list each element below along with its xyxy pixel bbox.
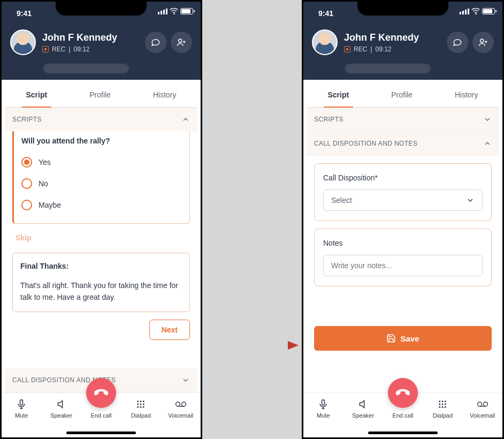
dialpad-button[interactable]: Dialpad [425, 398, 460, 419]
battery-icon [482, 8, 495, 14]
svg-point-13 [480, 39, 484, 42]
radio-icon [21, 200, 32, 210]
rec-label: REC [52, 46, 65, 53]
wifi-icon [170, 8, 178, 14]
svg-point-20 [445, 404, 446, 405]
select-placeholder: Select [331, 196, 352, 205]
notes-card: Notes [314, 229, 492, 286]
svg-point-3 [140, 400, 142, 402]
call-disposition-select[interactable]: Select [323, 190, 483, 211]
section-scripts-label: SCRIPTS [314, 116, 343, 123]
chat-button[interactable] [447, 32, 468, 53]
call-bar: Mute Speaker End call Dialpad Voicemail [2, 392, 201, 437]
dialpad-icon [438, 399, 447, 409]
voicemail-icon [175, 399, 187, 409]
mute-label: Mute [15, 412, 28, 419]
statusbar-icons [158, 8, 193, 14]
skip-button[interactable]: Skip [12, 224, 190, 245]
tab-profile[interactable]: Profile [387, 82, 417, 107]
chevron-up-icon [181, 115, 190, 124]
signal-icon [460, 9, 469, 14]
option-no[interactable]: No [21, 173, 182, 194]
end-call-fab[interactable] [388, 378, 418, 408]
dialpad-label: Dialpad [131, 412, 151, 419]
caller-row: John F Kennedy REC | 09:12 [10, 29, 192, 55]
content-sheet: Script Profile History SCRIPTS Will you … [5, 82, 197, 392]
svg-point-23 [445, 406, 446, 408]
save-button[interactable]: Save [314, 326, 492, 351]
svg-point-21 [439, 406, 441, 408]
voicemail-button[interactable]: Voicemail [163, 398, 198, 419]
blurred-phone [43, 64, 129, 73]
endcall-label: End call [90, 412, 111, 419]
speaker-button[interactable]: Speaker [44, 398, 79, 419]
speaker-icon [358, 399, 369, 410]
tabs: Script Profile History [307, 82, 499, 108]
svg-point-7 [143, 404, 144, 405]
blurred-phone [345, 64, 431, 73]
svg-rect-1 [20, 400, 23, 405]
recording-status: REC | 09:12 [344, 46, 419, 53]
phone-hangup-icon [94, 386, 108, 400]
end-call-fab[interactable] [86, 378, 116, 408]
header: 9:41 John F Kennedy REC | 09:12 [2, 2, 201, 80]
add-person-button[interactable] [472, 32, 494, 53]
svg-rect-14 [322, 400, 325, 405]
svg-point-10 [143, 406, 144, 408]
phone-left: 9:41 John F Kennedy REC | 09:12 [0, 0, 202, 439]
option-maybe[interactable]: Maybe [21, 194, 182, 216]
next-button[interactable]: Next [149, 320, 190, 340]
person-plus-icon [177, 37, 186, 47]
speaker-label: Speaker [50, 412, 72, 419]
speaker-button[interactable]: Speaker [346, 398, 380, 419]
radio-selected-icon [21, 157, 32, 168]
svg-point-12 [181, 402, 186, 406]
call-bar: Mute Speaker End call Dialpad Voicemail [303, 392, 502, 437]
tab-history[interactable]: History [149, 82, 181, 107]
record-icon [42, 46, 49, 52]
tab-script[interactable]: Script [22, 82, 52, 108]
chat-button[interactable] [145, 32, 166, 53]
section-disposition-header[interactable]: CALL DISPOSITION AND NOTES [307, 132, 499, 156]
option-maybe-label: Maybe [39, 201, 61, 209]
recording-status: REC | 09:12 [42, 46, 117, 53]
tab-profile[interactable]: Profile [85, 82, 115, 107]
call-timer: 09:12 [73, 46, 89, 53]
avatar[interactable] [312, 29, 338, 55]
option-yes[interactable]: Yes [21, 152, 182, 173]
header: 9:41 John F Kennedy REC | 09:12 [303, 2, 502, 80]
svg-point-2 [138, 400, 139, 402]
save-icon [386, 334, 396, 343]
svg-point-0 [179, 39, 182, 42]
notch [357, 0, 448, 16]
caller-name: John F Kennedy [42, 32, 117, 43]
svg-point-16 [442, 400, 444, 402]
phone-right: 9:41 John F Kennedy REC | 09:12 [302, 0, 504, 439]
tab-script[interactable]: Script [324, 82, 354, 108]
add-person-button[interactable] [171, 32, 192, 53]
phone-hangup-icon [396, 386, 410, 400]
chevron-down-icon [466, 196, 475, 205]
tab-history[interactable]: History [450, 82, 483, 107]
mic-icon [16, 399, 27, 410]
mute-button[interactable]: Mute [4, 398, 39, 419]
call-disposition-card: Call Disposition* Select [314, 163, 492, 221]
chat-icon [453, 37, 462, 47]
svg-point-17 [445, 400, 446, 402]
caller-row: John F Kennedy REC | 09:12 [312, 29, 494, 55]
section-scripts-header-collapsed[interactable]: SCRIPTS [307, 108, 499, 132]
voicemail-button[interactable]: Voicemail [465, 398, 500, 419]
dialpad-icon [136, 399, 146, 409]
section-scripts-header[interactable]: SCRIPTS [5, 108, 197, 132]
final-thanks-title: Final Thanks: [20, 262, 182, 270]
mute-button[interactable]: Mute [306, 398, 341, 419]
question-card: Will you attend the rally? Yes No Maybe [12, 131, 190, 224]
section-disposition-label: CALL DISPOSITION AND NOTES [314, 140, 417, 147]
notes-input[interactable] [323, 255, 483, 276]
record-icon [344, 46, 350, 52]
dialpad-label: Dialpad [433, 412, 453, 419]
svg-point-5 [138, 404, 139, 405]
dialpad-button[interactable]: Dialpad [124, 398, 158, 419]
svg-point-22 [442, 406, 444, 408]
avatar[interactable] [10, 29, 36, 55]
